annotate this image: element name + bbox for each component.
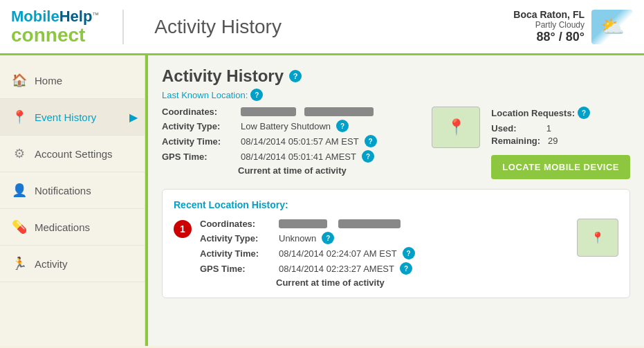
- activity-icon: 🏃: [11, 255, 28, 272]
- settings-icon: ⚙: [11, 145, 28, 162]
- recent-activity-time-label: Activity Time:: [200, 248, 276, 259]
- activity-time-row: Activity Time: 08/14/2014 05:01:57 AM ES…: [162, 135, 421, 147]
- last-known-label: Last Known Location: ?: [162, 89, 630, 101]
- location-requests-info-icon[interactable]: ?: [578, 107, 590, 119]
- content-area: Activity History ? Last Known Location: …: [145, 55, 644, 346]
- recent-activity-type-label: Activity Type:: [200, 233, 276, 244]
- sidebar-label-activity: Activity: [35, 258, 68, 270]
- sidebar-label-home: Home: [35, 75, 62, 86]
- recent-activity-type-row: Activity Type: Unknown ?: [200, 232, 569, 244]
- used-value: 1: [546, 123, 551, 134]
- header-divider: [122, 10, 124, 44]
- top-section: Coordinates: Activity Type: Low Battery …: [162, 107, 630, 179]
- weather-icon: [591, 10, 633, 44]
- sidebar-label-medications: Medications: [35, 221, 90, 233]
- recent-gps-time-label: GPS Time:: [200, 264, 276, 274]
- recent-lon: [338, 219, 401, 228]
- map-pin-icon: 📍: [447, 118, 466, 136]
- recent-activity-time-row: Activity Time: 08/14/2014 02:24:07 AM ES…: [200, 247, 569, 259]
- recent-history-title: Recent Location History:: [174, 199, 618, 210]
- sidebar-label-event-history: Event History: [35, 111, 96, 123]
- remaining-label: Remaining:: [491, 136, 540, 146]
- activity-type-row: Activity Type: Low Battery Shutdown ?: [162, 120, 421, 132]
- pill-icon: 💊: [11, 219, 28, 235]
- page-header-title: Activity History: [154, 16, 282, 38]
- current-time-label: Current at time of activity: [162, 165, 421, 176]
- remaining-row: Remaining: 29: [491, 136, 630, 146]
- coordinates-lon: [304, 107, 374, 116]
- recent-activity-type-info-icon[interactable]: ?: [322, 232, 334, 244]
- recent-location-history: Recent Location History: 1 Coordinates: …: [162, 189, 630, 298]
- recent-coordinates-row: Coordinates:: [200, 219, 569, 229]
- weather-location: Boca Raton, FL: [513, 9, 585, 20]
- chevron-right-icon: ▶: [129, 111, 138, 124]
- recent-gps-time-info-icon[interactable]: ?: [400, 262, 412, 275]
- sidebar: 🏠 Home 📍 Event History ▶ ⚙ Account Setti…: [0, 55, 145, 346]
- sidebar-label-account-settings: Account Settings: [35, 148, 113, 160]
- recent-map-thumbnail: 📍: [577, 219, 618, 257]
- gps-time-label: GPS Time:: [162, 152, 238, 162]
- sidebar-item-activity[interactable]: 🏃 Activity: [0, 246, 145, 282]
- gps-time-value: 08/14/2014 05:01:41 AMEST: [241, 152, 356, 162]
- weather-temp: 88° / 80°: [513, 30, 585, 44]
- recent-item-details: Coordinates: Activity Type: Unknown ? Ac…: [200, 219, 569, 288]
- recent-activity-time-info-icon[interactable]: ?: [403, 247, 415, 259]
- recent-gps-time-value: 08/14/2014 02:23:27 AMEST: [279, 264, 394, 274]
- right-panel: Location Requests: ? Used: 1 Remaining: …: [491, 107, 630, 179]
- gps-time-row: GPS Time: 08/14/2014 05:01:41 AMEST ?: [162, 150, 421, 163]
- activity-type-info-icon[interactable]: ?: [336, 120, 349, 132]
- recent-gps-time-row: GPS Time: 08/14/2014 02:23:27 AMEST ?: [200, 262, 569, 275]
- sidebar-item-account-settings[interactable]: ⚙ Account Settings: [0, 136, 145, 172]
- locate-mobile-device-button[interactable]: LOCATE MOBILE DEVICE: [491, 155, 630, 179]
- location-requests-title: Location Requests: ?: [491, 107, 630, 119]
- recent-map-pin-icon: 📍: [591, 231, 605, 244]
- activity-type-value: Low Battery Shutdown: [241, 121, 331, 131]
- sidebar-item-home[interactable]: 🏠 Home: [0, 62, 145, 99]
- recent-coordinates-label: Coordinates:: [200, 219, 276, 229]
- activity-type-label: Activity Type:: [162, 121, 238, 131]
- recent-activity-time-value: 08/14/2014 02:24:07 AM EST: [279, 248, 397, 259]
- activity-details: Coordinates: Activity Type: Low Battery …: [162, 107, 421, 176]
- activity-time-value: 08/14/2014 05:01:57 AM EST: [241, 136, 359, 147]
- logo-area: MobileHelp™ connect Activity History: [11, 8, 282, 44]
- home-icon: 🏠: [11, 72, 28, 89]
- weather-area: Boca Raton, FL Partly Cloudy 88° / 80°: [513, 9, 633, 44]
- recent-history-item-1: 1 Coordinates: Activity Type: Unknown ?: [174, 219, 618, 288]
- page-title: Activity History: [162, 66, 284, 86]
- used-label: Used:: [491, 123, 516, 134]
- user-icon: 👤: [11, 182, 28, 199]
- sidebar-label-notifications: Notifications: [35, 185, 91, 196]
- logo: MobileHelp™ connect: [11, 8, 99, 44]
- coordinates-label: Coordinates:: [162, 107, 238, 117]
- activity-map-thumbnail: 📍: [432, 107, 480, 148]
- used-row: Used: 1: [491, 123, 630, 134]
- main-wrapper: 🏠 Home 📍 Event History ▶ ⚙ Account Setti…: [0, 55, 644, 346]
- coordinates-lat: [241, 107, 296, 116]
- weather-condition: Partly Cloudy: [513, 20, 585, 30]
- logo-mobile: Mobile: [11, 8, 59, 25]
- recent-lat: [279, 219, 327, 228]
- sidebar-item-notifications[interactable]: 👤 Notifications: [0, 172, 145, 209]
- activity-time-info-icon[interactable]: ?: [365, 135, 377, 147]
- recent-activity-type-value: Unknown: [279, 233, 316, 244]
- logo-connect: connect: [11, 26, 99, 45]
- last-known-info-icon[interactable]: ?: [250, 89, 263, 101]
- logo-tm: ™: [92, 11, 99, 19]
- page-title-row: Activity History ?: [162, 66, 630, 86]
- gps-time-info-icon[interactable]: ?: [362, 150, 374, 163]
- remaining-value: 29: [548, 136, 558, 146]
- item-number-badge: 1: [174, 220, 192, 238]
- activity-time-label: Activity Time:: [162, 136, 238, 147]
- logo-help: Help: [59, 8, 93, 25]
- recent-current-time-label: Current at time of activity: [200, 277, 569, 288]
- page-title-info-icon[interactable]: ?: [289, 70, 302, 82]
- weather-text: Boca Raton, FL Partly Cloudy 88° / 80°: [513, 9, 585, 44]
- sidebar-item-event-history[interactable]: 📍 Event History ▶: [0, 99, 145, 136]
- location-icon: 📍: [11, 109, 28, 125]
- sidebar-item-medications[interactable]: 💊 Medications: [0, 209, 145, 246]
- header: MobileHelp™ connect Activity History Boc…: [0, 0, 644, 55]
- coordinates-row: Coordinates:: [162, 107, 421, 117]
